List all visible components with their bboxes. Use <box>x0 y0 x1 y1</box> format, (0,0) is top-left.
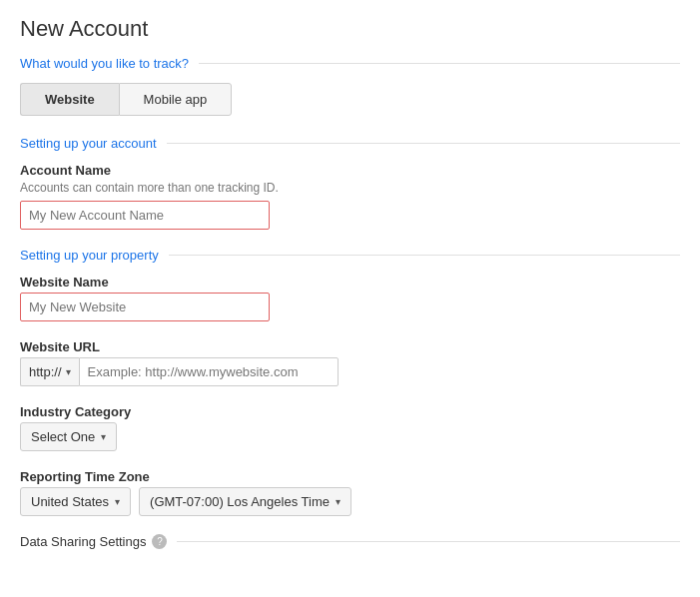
timezone-value: (GMT-07:00) Los Angeles Time <box>150 494 330 509</box>
account-section-label: Setting up your account <box>20 136 157 151</box>
page-title: New Account <box>20 16 680 42</box>
website-url-label: Website URL <box>20 339 680 354</box>
track-section-header: What would you like to track? <box>20 56 680 71</box>
industry-value: Select One <box>31 429 95 444</box>
url-row: http:// ▾ <box>20 357 680 386</box>
account-divider <box>167 143 680 144</box>
account-name-label: Account Name <box>20 163 680 178</box>
data-sharing-section: Data Sharing Settings ? <box>20 534 680 549</box>
website-url-input[interactable] <box>79 357 339 386</box>
industry-label: Industry Category <box>20 404 680 419</box>
industry-chevron-icon: ▾ <box>101 431 106 442</box>
industry-dropdown[interactable]: Select One ▾ <box>20 422 117 451</box>
website-name-label: Website Name <box>20 275 680 290</box>
country-dropdown[interactable]: United States ▾ <box>20 487 131 516</box>
account-section-header: Setting up your account <box>20 136 680 151</box>
timezone-row: United States ▾ (GMT-07:00) Los Angeles … <box>20 487 680 516</box>
timezone-group: Reporting Time Zone United States ▾ (GMT… <box>20 469 680 516</box>
property-section-label: Setting up your property <box>20 248 159 263</box>
website-url-group: Website URL http:// ▾ <box>20 339 680 386</box>
timezone-chevron-icon: ▾ <box>336 496 341 507</box>
timezone-dropdown[interactable]: (GMT-07:00) Los Angeles Time ▾ <box>139 487 351 516</box>
mobile-app-tab[interactable]: Mobile app <box>119 83 233 116</box>
country-value: United States <box>31 494 109 509</box>
account-name-input[interactable] <box>20 201 270 230</box>
industry-group: Industry Category Select One ▾ <box>20 404 680 451</box>
data-sharing-label: Data Sharing Settings <box>20 534 146 549</box>
protocol-chevron-icon: ▾ <box>66 366 71 377</box>
country-chevron-icon: ▾ <box>115 496 120 507</box>
track-question-label: What would you like to track? <box>20 56 189 71</box>
track-type-buttons: Website Mobile app <box>20 83 680 116</box>
data-sharing-divider <box>177 541 680 542</box>
protocol-dropdown[interactable]: http:// ▾ <box>20 357 79 386</box>
track-divider <box>199 63 680 64</box>
timezone-label: Reporting Time Zone <box>20 469 680 484</box>
website-name-input[interactable] <box>20 293 270 321</box>
protocol-value: http:// <box>29 364 62 379</box>
property-section-header: Setting up your property <box>20 248 680 263</box>
account-name-group: Account Name Accounts can contain more t… <box>20 163 680 230</box>
website-name-group: Website Name <box>20 275 680 321</box>
property-divider <box>169 255 680 256</box>
account-name-hint: Accounts can contain more than one track… <box>20 181 680 195</box>
website-tab[interactable]: Website <box>20 83 119 116</box>
data-sharing-help-icon[interactable]: ? <box>152 534 167 549</box>
